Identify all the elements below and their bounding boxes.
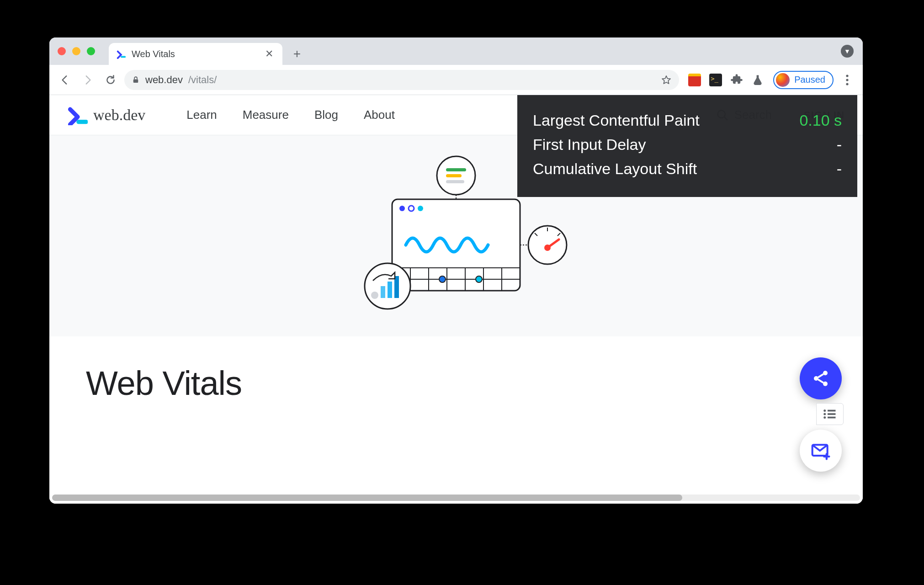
vitals-row-lcp: Largest Contentful Paint 0.10 s (533, 112, 842, 129)
svg-point-36 (823, 371, 828, 375)
svg-point-1 (846, 74, 848, 77)
nav-learn[interactable]: Learn (186, 108, 217, 122)
svg-point-37 (814, 376, 818, 381)
nav-about[interactable]: About (364, 108, 395, 122)
svg-point-2 (846, 79, 848, 81)
vitals-row-fid: First Input Delay - (533, 136, 842, 154)
bookmark-star-button[interactable] (661, 74, 672, 85)
share-fab[interactable] (800, 357, 842, 399)
vitals-row-cls: Cumulative Layout Shift - (533, 160, 842, 178)
tabs-dropdown-button[interactable]: ▼ (841, 45, 854, 58)
avatar-icon (776, 73, 790, 87)
svg-rect-44 (828, 417, 836, 419)
tab-strip: Web Vitals ✕ + ▼ (49, 37, 863, 65)
toc-toggle[interactable] (816, 403, 844, 425)
svg-point-18 (476, 276, 482, 282)
back-button[interactable] (56, 71, 74, 89)
vitals-value: - (837, 136, 842, 154)
svg-rect-27 (446, 180, 464, 183)
window-controls (58, 37, 109, 65)
vitals-value: - (837, 160, 842, 178)
close-window-button[interactable] (58, 47, 66, 55)
labs-flask-icon[interactable] (751, 74, 764, 86)
page-viewport: web.dev Learn Measure Blog About Search … (49, 95, 863, 504)
svg-point-43 (823, 416, 826, 419)
svg-point-3 (846, 83, 848, 85)
page-content: Web Vitals (49, 336, 863, 430)
vitals-value: 0.10 s (799, 112, 842, 129)
page-heading: Web Vitals (86, 364, 826, 403)
vitals-label: First Input Delay (533, 136, 646, 154)
site-nav: Learn Measure Blog About (186, 108, 395, 122)
minimize-window-button[interactable] (72, 47, 80, 55)
tab-close-button[interactable]: ✕ (263, 46, 275, 62)
svg-point-17 (439, 276, 446, 282)
browser-window: Web Vitals ✕ + ▼ web.dev/vitals/ (49, 37, 863, 504)
svg-point-38 (823, 382, 828, 386)
webdev-logo-icon (68, 105, 88, 125)
svg-rect-25 (446, 168, 466, 171)
subscribe-fab[interactable] (800, 430, 842, 472)
site-brand-text: web.dev (93, 106, 145, 124)
svg-rect-42 (828, 413, 836, 415)
extension-1-icon[interactable] (688, 74, 701, 86)
address-path: /vitals/ (188, 74, 217, 86)
toolbar: web.dev/vitals/ Paused (49, 65, 863, 95)
profile-status: Paused (794, 74, 825, 85)
vitals-label: Cumulative Layout Shift (533, 160, 697, 178)
site-logo[interactable]: web.dev (68, 105, 145, 125)
address-host: web.dev (145, 74, 183, 86)
svg-point-20 (371, 292, 378, 299)
svg-rect-0 (133, 79, 138, 83)
tab-title: Web Vitals (132, 49, 258, 59)
tab-active[interactable]: Web Vitals ✕ (109, 43, 282, 65)
nav-blog[interactable]: Blog (314, 108, 338, 122)
new-tab-button[interactable]: + (288, 45, 306, 63)
extension-2-icon[interactable] (709, 74, 722, 86)
svg-rect-40 (828, 410, 836, 412)
maximize-window-button[interactable] (87, 47, 95, 55)
address-bar[interactable]: web.dev/vitals/ (124, 70, 679, 90)
reload-button[interactable] (101, 71, 120, 89)
nav-measure[interactable]: Measure (243, 108, 289, 122)
vitals-label: Largest Contentful Paint (533, 112, 700, 129)
extensions-puzzle-icon[interactable] (730, 74, 743, 86)
browser-menu-button[interactable] (838, 71, 856, 89)
svg-point-39 (823, 410, 826, 412)
webdev-favicon-icon (116, 49, 126, 59)
svg-rect-26 (446, 174, 462, 177)
extension-icons (684, 74, 769, 86)
svg-rect-21 (381, 286, 385, 298)
lock-icon (132, 76, 140, 84)
fab-stack (800, 357, 842, 472)
svg-point-8 (418, 206, 423, 211)
horizontal-scrollbar[interactable] (52, 495, 860, 501)
web-vitals-overlay: Largest Contentful Paint 0.10 s First In… (517, 95, 857, 197)
svg-rect-22 (388, 282, 392, 298)
profile-chip[interactable]: Paused (773, 71, 834, 89)
svg-rect-5 (392, 199, 520, 291)
svg-point-6 (399, 206, 405, 211)
svg-point-41 (823, 413, 826, 415)
share-icon (812, 369, 830, 388)
horizontal-scrollbar-thumb[interactable] (52, 495, 682, 501)
list-icon (823, 409, 837, 420)
mail-plus-icon (811, 441, 831, 461)
forward-button[interactable] (79, 71, 97, 89)
